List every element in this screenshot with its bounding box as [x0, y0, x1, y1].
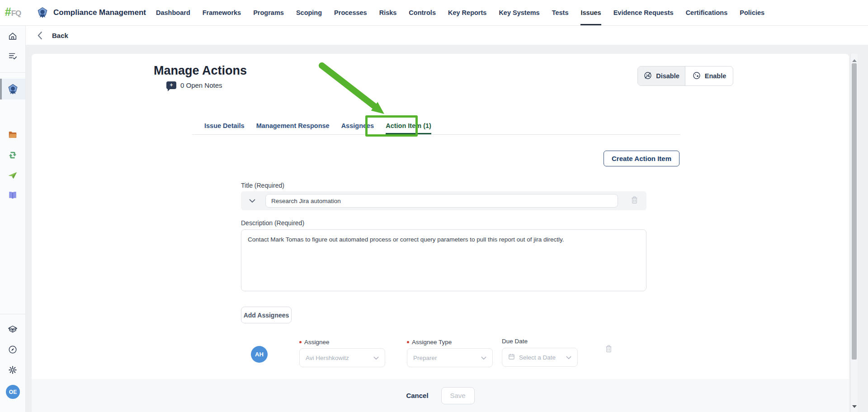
required-dot	[299, 341, 302, 343]
title-field-label: Title (Required)	[241, 182, 284, 189]
logo-hash: #	[5, 5, 11, 18]
paper-plane-icon	[8, 170, 18, 182]
required-dot	[407, 341, 409, 343]
scroll-up-arrow-icon[interactable]	[852, 57, 857, 62]
due-date-label-text: Due Date	[502, 338, 528, 345]
title-input[interactable]	[265, 194, 618, 208]
page-title: Manage Actions	[154, 64, 247, 78]
chevron-down-icon[interactable]	[249, 197, 255, 205]
description-field-label: Description (Required)	[241, 219, 304, 227]
sync-arrows-icon	[8, 150, 18, 162]
assignee-type-select[interactable]: Preparer	[407, 348, 493, 367]
face-icon	[692, 71, 701, 81]
tab-action-item[interactable]: Action Item (1)	[386, 122, 431, 134]
nav-item-issues[interactable]: Issues	[580, 0, 601, 25]
assignee-value: Avi Hershkowitz	[306, 355, 369, 361]
tab-bar: Issue Details Management Response Assign…	[204, 122, 431, 134]
nav-item-controls[interactable]: Controls	[409, 0, 436, 25]
description-textarea[interactable]: Contact Mark Tomas to figure out automat…	[241, 229, 646, 291]
nav-item-policies[interactable]: Policies	[740, 0, 764, 25]
save-button[interactable]: Save	[441, 387, 475, 404]
nav-item-certifications[interactable]: Certifications	[686, 0, 728, 25]
logo-letters: FQ	[11, 9, 21, 18]
compass-icon	[8, 345, 18, 356]
gear-icon	[8, 365, 18, 377]
trash-icon[interactable]	[631, 196, 638, 206]
app-logo[interactable]: #FQ	[0, 0, 26, 26]
top-nav-items: Dashboard Frameworks Programs Scoping Pr…	[156, 0, 764, 25]
sidebar-item-releases[interactable]	[0, 320, 25, 340]
create-action-item-button[interactable]: Create Action Item	[604, 151, 679, 166]
sidebar-item-tasks[interactable]	[0, 47, 25, 67]
sidebar-item-projects[interactable]	[0, 126, 25, 146]
home-icon	[8, 31, 18, 43]
nav-item-key-systems[interactable]: Key Systems	[499, 0, 539, 25]
nav-item-dashboard[interactable]: Dashboard	[156, 0, 190, 25]
note-bubble-icon: +	[166, 81, 176, 89]
disable-label: Disable	[656, 72, 679, 80]
sidebar-item-explore[interactable]	[0, 341, 25, 360]
annotation-arrow	[316, 60, 393, 121]
folder-icon	[8, 130, 18, 142]
disable-button[interactable]: Disable	[638, 66, 685, 85]
scroll-down-arrow-icon[interactable]	[852, 405, 857, 410]
assignee-type-label-text: Assignee Type	[412, 339, 452, 346]
nav-item-programs[interactable]: Programs	[253, 0, 284, 25]
user-avatar[interactable]: OE	[6, 385, 20, 399]
sidebar-item-send[interactable]	[0, 166, 25, 186]
chevron-down-icon	[566, 353, 571, 361]
cancel-button[interactable]: Cancel	[406, 392, 428, 399]
sidebar-divider	[0, 72, 25, 73]
sidebar-item-library[interactable]	[0, 186, 25, 206]
due-date-placeholder: Select a Date	[519, 354, 562, 361]
back-button[interactable]: Back	[52, 32, 68, 39]
nav-item-evidence-requests[interactable]: Evidence Requests	[613, 0, 674, 25]
sidebar-item-home[interactable]	[0, 27, 25, 47]
manage-actions-panel: Manage Actions + 0 Open Notes Disable En…	[32, 54, 849, 412]
enable-label: Enable	[705, 72, 726, 80]
chevron-left-icon[interactable]	[38, 32, 42, 39]
list-check-icon	[8, 51, 18, 63]
compliance-ribbon-icon	[37, 7, 48, 19]
assignee-label-text: Assignee	[304, 339, 330, 346]
due-date-label: Due Date	[502, 338, 528, 345]
delete-assignee-trash-icon[interactable]	[605, 345, 613, 353]
tab-issue-details[interactable]: Issue Details	[204, 122, 245, 134]
nav-item-frameworks[interactable]: Frameworks	[203, 0, 241, 25]
scrollbar-thumb[interactable]	[852, 63, 857, 360]
nav-item-tests[interactable]: Tests	[552, 0, 569, 25]
assignee-label: Assignee	[299, 339, 330, 346]
sidebar-item-sync[interactable]	[0, 146, 25, 166]
back-bar: Back	[26, 26, 868, 45]
assignee-type-label: Assignee Type	[407, 339, 452, 346]
disable-enable-toggle: Disable Enable	[637, 66, 733, 86]
compliance-ribbon-icon	[0, 79, 25, 99]
add-assignees-button[interactable]: Add Assignees	[241, 307, 292, 323]
open-book-icon	[8, 190, 18, 202]
tab-assignees[interactable]: Assignees	[341, 122, 374, 134]
open-notes-label: 0 Open Notes	[180, 81, 222, 89]
chevron-down-icon	[481, 354, 486, 362]
calendar-icon	[508, 353, 515, 362]
assignee-select[interactable]: Avi Hershkowitz	[299, 348, 385, 367]
form-footer: Cancel Save	[32, 379, 849, 412]
open-box-icon	[8, 324, 18, 336]
sidebar-divider	[0, 314, 25, 314]
open-notes[interactable]: + 0 Open Notes	[166, 81, 222, 89]
nav-item-risks[interactable]: Risks	[379, 0, 397, 25]
vertical-scrollbar[interactable]	[850, 54, 858, 412]
enable-button[interactable]: Enable	[685, 66, 733, 85]
assignee-type-value: Preparer	[413, 355, 477, 361]
app-title: Compliance Management	[53, 8, 146, 17]
sidebar-item-compliance-active[interactable]	[0, 79, 25, 99]
tab-management-response[interactable]: Management Response	[256, 122, 330, 134]
nav-item-scoping[interactable]: Scoping	[296, 0, 322, 25]
due-date-picker[interactable]: Select a Date	[502, 348, 578, 367]
sidebar-item-settings[interactable]	[0, 361, 25, 381]
nav-item-processes[interactable]: Processes	[334, 0, 367, 25]
left-sidebar: OE	[0, 26, 26, 412]
nav-item-key-reports[interactable]: Key Reports	[448, 0, 486, 25]
action-item-title-row	[241, 191, 646, 210]
tabs-divider	[192, 134, 680, 135]
chevron-down-icon	[373, 354, 379, 362]
